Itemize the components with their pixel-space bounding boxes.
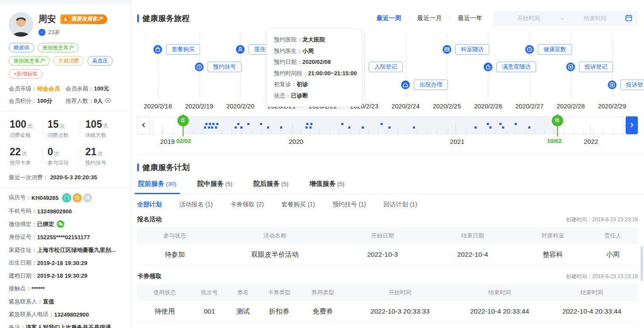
table-cell: 待使用 (137, 307, 192, 316)
filter-separator (409, 16, 409, 21)
stats-grid: 100元消费金额15次消费次数105天休眠天数22次使用卡券0次参与活动21次预… (9, 119, 122, 167)
avatar-image (9, 12, 33, 37)
slider-prev-button[interactable] (137, 116, 150, 134)
slider-tick (417, 129, 418, 134)
journey-event[interactable]: 满意度随访 (484, 62, 536, 72)
event-dot (388, 126, 391, 129)
slider-selected-range (183, 117, 557, 134)
event-dot (260, 123, 262, 125)
event-dot (310, 123, 312, 125)
slider-tick (535, 129, 535, 134)
customer-tag: 医闹医患客户 (38, 43, 79, 52)
journey-event[interactable]: 投诉登记 (566, 62, 613, 72)
journey-event[interactable]: 投诉登记 (608, 80, 644, 90)
date-range-picker[interactable]: 开始时间 ~ 结束时间 (494, 11, 638, 26)
subtab-1[interactable]: 全部计划 (137, 201, 162, 209)
complaint-icon (608, 80, 616, 89)
subtab-6[interactable]: 回访计划 (1) (384, 201, 417, 209)
slider-next-button[interactable] (626, 116, 638, 134)
subtab-4[interactable]: 套餐购买 (1) (281, 201, 315, 209)
event-dot (215, 126, 217, 129)
tab-2[interactable]: 院中服务 (5) (197, 180, 233, 194)
filter-3[interactable]: 最近一年 (458, 14, 482, 22)
calendar-icon[interactable] (625, 14, 633, 23)
customer-age: 23岁 (48, 28, 60, 36)
last-consumption: 最近一次消费： 2020-5-3 20:20:35 (9, 174, 122, 181)
event-dot (474, 126, 477, 129)
end-date-input[interactable]: 结束时间 (565, 14, 625, 22)
table-cell: 测试 (227, 307, 259, 316)
slider-tick (564, 129, 564, 134)
record-badge: 门 (62, 193, 71, 202)
slider-tick (486, 129, 486, 134)
journey-event[interactable]: 出院办理 (401, 80, 448, 90)
info-row: 建档日期：2019-2-18 19:30:29 (9, 272, 122, 280)
tab-3[interactable]: 院后服务 (5) (253, 180, 289, 194)
journey-event[interactable]: 入院登记 (360, 62, 403, 72)
subtab-5[interactable]: 预约挂号 (1) (332, 201, 366, 209)
slider-tick (368, 129, 369, 134)
column-header: 结束时间 (454, 289, 546, 297)
info-row: 备注：该客人对我们上次服务并不是很满... (9, 324, 122, 328)
customer-info-list: 病历号：KH049265门住体手机号码：13249802900微信绑定：已绑定身… (9, 193, 122, 328)
subtab-2[interactable]: 活动报名 (1) (179, 201, 213, 209)
slider-tick (476, 129, 476, 134)
filter-1[interactable]: 最近一周 (377, 14, 401, 22)
slider-track[interactable]: 首终 (153, 116, 623, 134)
event-dot (413, 126, 415, 129)
eye-icon[interactable] (104, 98, 111, 103)
member-info-item: 会员积分：100分 (9, 97, 66, 105)
stat-item: 15次消费次数 (47, 119, 85, 139)
slider-tick (398, 129, 398, 134)
gender-male-icon: ♂ (38, 29, 45, 36)
tooltip-row: 状态：已诊断 (274, 90, 355, 101)
app-root: 周安 重要发展客户 ♂ 23岁 糖尿病医闹医患客户医闹医患客户大额消费高血压+新… (0, 0, 644, 328)
column-header: 卡券类型 (259, 289, 299, 297)
end-marker[interactable]: 终 (552, 115, 563, 126)
timeline-date: 2020/2/19 (179, 103, 220, 110)
event-label: 健康宣数 (538, 44, 572, 55)
filter-2[interactable]: 最近一月 (417, 14, 442, 22)
tab-1[interactable]: 院前服务 (30) (137, 180, 177, 194)
timeline-date: 2020/2/24 (385, 103, 426, 110)
house-icon (401, 80, 410, 89)
vertical-scrollbar[interactable] (641, 246, 643, 281)
slider-tick (554, 129, 554, 134)
table-cell: 2022-10-3 (337, 251, 427, 258)
tooltip-row: 预约日期：2020/02/08 (274, 56, 355, 68)
slider-tick (339, 129, 339, 134)
doctor-icon (236, 45, 245, 54)
info-row: 出生日期：2019-2-18 19:30:29 (9, 259, 122, 267)
start-marker[interactable]: 首 (177, 115, 189, 126)
slider-tick (495, 129, 496, 134)
tab-4[interactable]: 增值服务 (5) (308, 180, 345, 194)
journey-event[interactable]: 套餐购买 (153, 44, 200, 55)
slider-tick (163, 129, 163, 134)
slider-year-tick (455, 125, 456, 134)
subtab-3[interactable]: 卡券领取 (2) (230, 201, 264, 209)
slider-tick (593, 129, 594, 134)
slider-tick (290, 129, 291, 134)
start-date-input[interactable]: 开始时间 (499, 14, 558, 22)
column-header: 批次号 (192, 289, 227, 297)
journey-event[interactable]: 健康宣数 (525, 44, 572, 55)
slider-tick (212, 129, 212, 134)
slider-tick (349, 129, 350, 134)
journey-timeline: 预约医院：龙大医院预约医生：小周预约日期：2020/02/08预约时间段：21:… (137, 34, 633, 100)
add-tag-button[interactable]: +新增标签 (9, 69, 42, 79)
bag-icon (153, 45, 162, 54)
event-dot (528, 126, 530, 129)
activity-table-block: 报名活动创建时间：2019-8-23 23:23:16参与状态活动名称开始日期结… (137, 216, 644, 265)
section-separator (132, 154, 644, 155)
column-header: 对接科室 (518, 232, 588, 240)
journey-event[interactable]: 预约挂号 (195, 62, 242, 72)
journey-title: 健康服务旅程 (137, 13, 190, 24)
journey-event[interactable]: 科室随访 (443, 44, 489, 55)
slider-tick (222, 129, 222, 134)
slider-tick (310, 129, 310, 134)
event-dot (499, 123, 502, 125)
vip-person-icon (62, 16, 69, 23)
member-info-item: 推荐人数：0人 (66, 97, 122, 105)
table-cell: 2022-10-4 20:33:44 (454, 307, 546, 315)
info-row: 手机号码：13249802900 (9, 207, 122, 215)
